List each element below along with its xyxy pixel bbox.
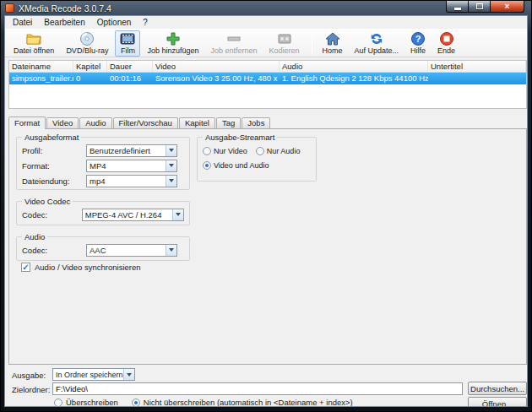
app-icon — [5, 3, 14, 13]
tab-format[interactable]: Format — [8, 117, 46, 129]
menu-help[interactable]: ? — [137, 17, 154, 28]
ausgabeformat-group-title: Ausgabeformat — [22, 133, 81, 142]
profil-select[interactable]: Benutzerdefiniert — [86, 144, 177, 157]
ausgabe-mode-select[interactable]: In Ordner speichern — [52, 368, 135, 381]
exit-button[interactable]: Ende — [432, 30, 460, 57]
encode-icon — [277, 31, 292, 46]
dvd-bluray-button[interactable]: DVD/Blu-ray — [61, 30, 113, 57]
overwrite-options: Überschreiben Nicht überschreiben (autom… — [54, 398, 353, 407]
minimize-icon — [454, 8, 461, 10]
menu-bearbeiten[interactable]: Bearbeiten — [38, 17, 90, 28]
minimize-button[interactable] — [446, 1, 469, 13]
zielordner-input[interactable] — [52, 382, 463, 395]
streamart-group-title: Ausgabe-Streamart — [203, 133, 277, 142]
video-codec-group-title: Video Codec — [22, 197, 73, 206]
open-file-icon — [26, 31, 41, 46]
column-audio[interactable]: Audio — [280, 61, 428, 72]
home-button[interactable]: Home — [318, 30, 348, 57]
audio-codec-select[interactable]: AAC — [86, 244, 177, 257]
tab-kapitel[interactable]: Kapitel — [179, 117, 215, 128]
nur-video-radio[interactable] — [203, 147, 211, 155]
video-und-audio-radio[interactable] — [203, 161, 211, 170]
app-window: XMedia Recode 3.0.7.4 × Datei Bearbeiten… — [0, 0, 532, 412]
durchsuchen-button[interactable]: Durchsuchen... — [468, 382, 527, 395]
add-job-button[interactable]: Job hinzufügen — [142, 30, 204, 57]
tab-tag[interactable]: Tag — [216, 117, 241, 128]
remove-job-button: Job entfernen — [205, 30, 262, 57]
exit-icon — [439, 31, 454, 46]
nur-audio-radio[interactable] — [256, 147, 264, 155]
tab-filter-vorschau[interactable]: Filter/Vorschau — [113, 117, 178, 128]
client-area: Datei Bearbeiten Optionen ? Datei öffnen… — [4, 15, 528, 407]
remove-job-icon — [226, 31, 242, 46]
column-dauer[interactable]: Dauer — [107, 61, 153, 72]
cell-untertitel — [428, 73, 526, 84]
menu-optionen[interactable]: Optionen — [91, 17, 138, 28]
tab-video[interactable]: Video — [46, 117, 79, 128]
oeffnen-button[interactable]: Öffnen... — [468, 397, 527, 407]
chevron-down-icon — [172, 209, 183, 220]
streamart-group: Ausgabe-Streamart Nur Video Nur Audio Vi… — [197, 133, 317, 182]
nicht-ueberschreiben-radio[interactable] — [132, 398, 140, 407]
audio-codec-group: Audio Codec: AAC — [16, 232, 190, 261]
film-button[interactable]: Film — [115, 30, 140, 57]
dateiendung-label: Dateiendung: — [22, 176, 86, 186]
add-job-icon — [166, 31, 181, 46]
close-icon: × — [505, 3, 510, 11]
chevron-down-icon — [166, 160, 176, 171]
audio-codec-group-title: Audio — [22, 232, 47, 241]
nur-audio-label: Nur Audio — [267, 147, 301, 155]
menu-datei[interactable]: Datei — [7, 17, 38, 28]
disc-icon — [79, 31, 95, 46]
sync-checkbox[interactable]: Audio / Video synchronisieren — [21, 263, 141, 272]
format-select[interactable]: MP4 — [86, 160, 177, 172]
column-video[interactable]: Video — [153, 61, 280, 72]
column-kapitel[interactable]: Kapitel — [73, 61, 107, 72]
chevron-down-icon — [166, 245, 176, 256]
ueberschreiben-radio[interactable] — [54, 398, 62, 407]
video-codec-group: Video Codec Codec: MPEG-4 AVC / H.264 — [16, 197, 190, 225]
chevron-down-icon — [123, 369, 134, 380]
open-file-button[interactable]: Datei öffnen — [8, 30, 59, 57]
update-icon — [369, 31, 384, 46]
dateiendung-select[interactable]: mp4 — [86, 175, 177, 187]
column-dateiname[interactable]: Dateiname — [9, 61, 73, 72]
cell-dauer: 00:01:16 — [107, 73, 153, 84]
cell-kapitel: 0 — [73, 73, 107, 84]
file-list-header: Dateiname Kapitel Dauer Video Audio Unte… — [9, 61, 526, 73]
column-untertitel[interactable]: Untertitel — [428, 61, 526, 72]
tab-jobs[interactable]: Jobs — [242, 117, 270, 128]
audio-codec-label: Codec: — [22, 246, 86, 255]
home-icon — [325, 31, 340, 46]
menu-bar: Datei Bearbeiten Optionen ? — [5, 16, 527, 29]
format-tab-panel: Ausgabeformat Profil: Benutzerdefiniert … — [8, 128, 527, 365]
window-controls: × — [446, 1, 524, 13]
help-icon: ? — [410, 31, 426, 46]
tab-audio[interactable]: Audio — [79, 117, 111, 128]
format-label: Format: — [22, 161, 86, 171]
update-button[interactable]: Auf Update... — [350, 30, 404, 57]
cell-dateiname: simpsons_trailer.mov — [9, 73, 73, 84]
titlebar[interactable]: XMedia Recode 3.0.7.4 × — [1, 1, 531, 15]
maximize-icon — [476, 3, 483, 9]
chevron-down-icon — [166, 145, 176, 156]
toolbar-separator — [312, 31, 312, 55]
nur-video-label: Nur Video — [214, 147, 247, 155]
file-list: Dateiname Kapitel Dauer Video Audio Unte… — [8, 60, 527, 109]
close-button[interactable]: × — [491, 1, 524, 13]
help-button[interactable]: ? Hilfe — [405, 30, 431, 57]
maximize-button[interactable] — [469, 1, 491, 13]
toolbar: Datei öffnen DVD/Blu-ray Film Job hinzuf… — [5, 29, 527, 57]
video-codec-select[interactable]: MPEG-4 AVC / H.264 — [82, 209, 184, 221]
ueberschreiben-label: Überschreiben — [66, 398, 118, 407]
cell-video: Sorenson Video 3 25.00 Hz, 480 x 196 (2.… — [153, 73, 280, 84]
ausgabeformat-group: Ausgabeformat Profil: Benutzerdefiniert … — [16, 133, 190, 190]
chevron-down-icon — [166, 176, 176, 187]
cell-audio: 1. English Qdesign 2 128 Kbps 44100 Hz 2… — [280, 73, 428, 84]
table-row[interactable]: simpsons_trailer.mov 0 00:01:16 Sorenson… — [9, 73, 526, 84]
sync-checkbox-label: Audio / Video synchronisieren — [35, 263, 141, 272]
tab-bar: Format Video Audio Filter/Vorschau Kapit… — [8, 116, 271, 128]
checkbox-check-icon — [21, 263, 30, 272]
video-und-audio-label: Video und Audio — [214, 161, 269, 170]
window-title: XMedia Recode 3.0.7.4 — [19, 3, 111, 14]
